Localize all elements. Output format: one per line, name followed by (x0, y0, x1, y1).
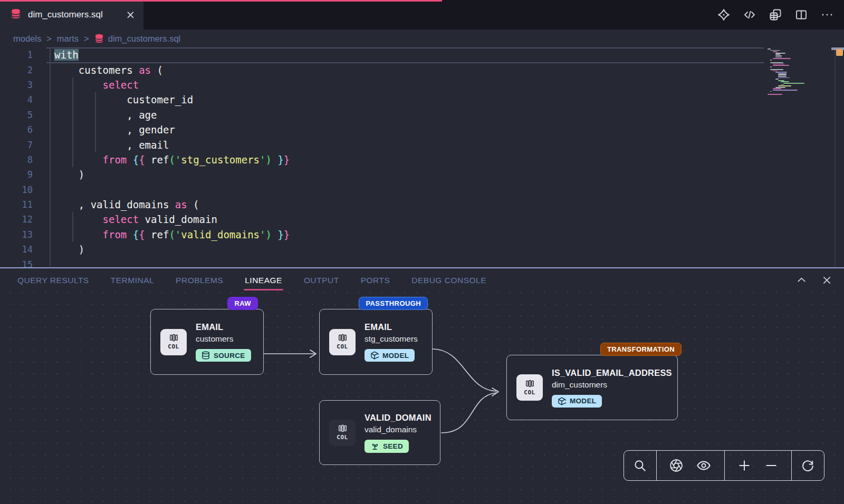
edge-seed-to-dim (442, 393, 496, 433)
code-line-7: 7 , email (0, 137, 844, 152)
node-column-name: EMAIL (196, 322, 223, 332)
line-content: customer_id (33, 94, 193, 105)
line-content: with (33, 49, 79, 61)
syntax-token (272, 229, 277, 240)
resource-badge-model: MODEL (365, 349, 415, 362)
line-content: customers as ( (33, 64, 163, 76)
toolbar-group (792, 451, 824, 480)
lineage-node-valid_domains[interactable]: COLVALID_DOMAINvalid_domainsSEED (319, 400, 440, 465)
syntax-token: , gender (54, 124, 175, 135)
status-badge-transformation: TRANSFORMATION (600, 343, 682, 356)
breadcrumb-item-marts[interactable]: marts (57, 34, 79, 44)
syntax-token: valid_domains (181, 229, 260, 240)
line-number: 8 (0, 154, 33, 165)
breadcrumb-item-dim_customers-sql[interactable]: dim_customers.sql (94, 34, 181, 44)
copy-table-icon[interactable] (769, 8, 782, 21)
panel-close-icon[interactable] (821, 275, 832, 286)
lineage-canvas[interactable]: RAWCOLEMAILcustomersSOURCEPASSTHROUGHCOL… (0, 292, 844, 504)
syntax-token: ' (260, 229, 265, 240)
node-column-name: EMAIL (365, 322, 392, 332)
syntax-token: ref (145, 154, 169, 166)
syntax-token (54, 229, 103, 240)
resource-label: MODEL (382, 352, 409, 360)
line-content: , valid_domains as ( (33, 199, 199, 210)
syntax-token: as (139, 64, 151, 76)
line-number: 5 (0, 110, 33, 120)
sprout-icon (370, 442, 379, 451)
plus-button[interactable] (737, 459, 751, 472)
code-icon[interactable] (743, 8, 756, 21)
edge-arrowhead (492, 388, 498, 396)
code-lines: 1with2 customers as (3 select4 customer_… (0, 47, 844, 267)
search-button[interactable] (633, 459, 647, 472)
edge-stg-to-dim (433, 349, 496, 391)
code-line-15: 15 (0, 257, 844, 267)
panel-tab-query-results[interactable]: QUERY RESULTS (17, 276, 89, 285)
syntax-token: { (133, 154, 139, 166)
more-icon[interactable] (821, 8, 833, 21)
syntax-token: customer_id (54, 94, 193, 105)
syntax-token: from (103, 229, 127, 240)
syntax-token: ) (54, 244, 84, 255)
breadcrumb-label: marts (57, 34, 79, 44)
panel-tab-ports[interactable]: PORTS (361, 276, 390, 285)
syntax-token: } (284, 154, 290, 166)
line-content: , gender (33, 124, 175, 135)
tab-close-icon[interactable]: × (126, 9, 135, 21)
syntax-token: { (133, 229, 139, 240)
col-label: COL (168, 343, 179, 350)
node-column-name: VALID_DOMAIN (365, 413, 431, 423)
syntax-token: ) (265, 154, 271, 166)
code-editor[interactable]: 1with2 customers as (3 select4 customer_… (0, 47, 844, 267)
syntax-token: } (277, 154, 283, 166)
cube-icon (558, 397, 566, 405)
minus-button[interactable] (764, 459, 778, 472)
split-editor-icon[interactable] (795, 8, 808, 21)
syntax-token: } (284, 229, 290, 240)
node-model-name: valid_domains (365, 425, 417, 434)
line-number: 14 (0, 244, 33, 255)
breadcrumb-separator: > (84, 34, 89, 44)
eye-button[interactable] (696, 458, 711, 473)
panel-tab-lineage[interactable]: LINEAGE (245, 276, 282, 285)
tab-bar: dim_customers.sql × (0, 0, 844, 30)
column-icon: COL (329, 420, 356, 446)
panel-tab-output[interactable]: OUTPUT (304, 276, 339, 285)
line-content: select (33, 79, 139, 91)
lineage-node-customers[interactable]: RAWCOLEMAILcustomersSOURCE (150, 309, 264, 375)
code-line-3: 3 select (0, 77, 844, 92)
syntax-token: valid_domain (139, 214, 217, 225)
editor-tab-dim-customers[interactable]: dim_customers.sql × (0, 0, 143, 30)
line-content: , age (33, 109, 157, 121)
code-line-4: 4 customer_id (0, 92, 844, 107)
breadcrumb: models>marts> dim_customers.sql (0, 30, 844, 47)
toolbar-group (657, 451, 725, 480)
refresh-button[interactable] (801, 459, 814, 472)
syntax-token: as (175, 199, 187, 210)
panel-collapse-icon[interactable] (796, 275, 807, 286)
line-number: 1 (0, 50, 33, 60)
breadcrumb-label: dim_customers.sql (108, 34, 181, 44)
line-content: ) (33, 244, 84, 255)
syntax-token (54, 79, 103, 91)
line-number: 11 (0, 199, 33, 210)
syntax-token: ) (54, 169, 84, 180)
panel-tab-debug-console[interactable]: DEBUG CONSOLE (411, 276, 486, 285)
dbt-logo-icon[interactable] (717, 8, 730, 21)
code-line-12: 12 select valid_domain (0, 212, 844, 227)
code-line-13: 13 from {{ ref('valid_domains') }} (0, 227, 844, 242)
syntax-token: , email (54, 139, 169, 151)
panel-tab-terminal[interactable]: TERMINAL (111, 276, 154, 285)
syntax-token: ' (175, 154, 181, 166)
line-number: 13 (0, 229, 33, 240)
lineage-node-stg_customers[interactable]: PASSTHROUGHCOLEMAILstg_customersMODEL (319, 309, 433, 375)
active-tab-accent (0, 0, 442, 2)
breadcrumb-item-models[interactable]: models (13, 34, 41, 44)
line-content: , email (33, 139, 169, 151)
line-content: from {{ ref('valid_domains') }} (33, 229, 290, 240)
lineage-node-dim_customers[interactable]: TRANSFORMATIONCOLIS_VALID_EMAIL_ADDRESSd… (506, 355, 678, 420)
code-line-8: 8 from {{ ref('stg_customers') }} (0, 152, 844, 167)
panel-tab-problems[interactable]: PROBLEMS (176, 276, 223, 285)
aperture-button[interactable] (669, 459, 683, 472)
col-label: COL (337, 343, 348, 350)
